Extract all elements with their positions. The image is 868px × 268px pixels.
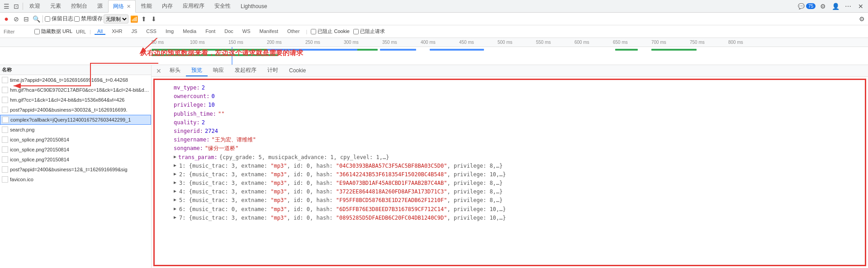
file-item-3[interactable]: post?appid=2400&business=30032&_t=162691… — [0, 105, 151, 115]
type-tab-ws[interactable]: WS — [240, 28, 253, 35]
disable-cache-checkbox[interactable]: 禁用缓存 — [74, 15, 103, 23]
record-button[interactable]: ● — [2, 14, 11, 24]
file-item-8[interactable]: icon_splice.png?20150814 — [0, 155, 151, 165]
search-button[interactable]: 🔍 — [32, 14, 41, 24]
tab-console[interactable]: 控制台 — [66, 0, 92, 13]
timeline-bar-2 — [267, 49, 357, 51]
detail-tabs: ✕ 标头 预览 响应 发起程序 计时 Cookie — [152, 65, 868, 77]
type-tab-other[interactable]: Other — [285, 28, 303, 35]
blocked-request-checkbox[interactable]: 已阻止请求 — [353, 28, 385, 35]
blocked-cookie-checkbox[interactable]: 已阻止 Cookie — [311, 28, 349, 35]
type-tab-css[interactable]: CSS — [143, 28, 159, 35]
file-icon-1 — [2, 87, 8, 93]
file-item-4[interactable]: complex?callback=jQuery11240016752760344… — [0, 115, 151, 125]
name-column-header: 名称 — [0, 65, 151, 75]
timeline-bar-5 — [152, 54, 278, 56]
file-item-2[interactable]: hm.gif?cc=1&ck=1&cl=24-bit&ds=1536x864&v… — [0, 95, 151, 105]
clear-button[interactable]: ⊘ — [12, 14, 21, 24]
json-array-item-5[interactable]: ▶ 5: {music_trac: 3, extname: "mp3", id:… — [165, 196, 859, 205]
tab-elements[interactable]: 元素 — [46, 0, 66, 13]
json-singername: singername: "王为宏、谭维维" — [165, 136, 859, 144]
json-ownercount: ownercount: 0 — [165, 92, 859, 101]
type-tab-doc[interactable]: Doc — [222, 28, 236, 35]
file-name-5: search.png — [10, 127, 149, 132]
badge-count: 75 — [806, 3, 816, 9]
top-right-icons: 💬 75 ⚙ 👤 ⋯ ✕ — [798, 1, 866, 12]
type-tab-media[interactable]: Media — [180, 28, 199, 35]
json-singerid: singerid: 2724 — [165, 127, 859, 136]
detail-tab-timing[interactable]: 计时 — [262, 65, 284, 76]
tab-security[interactable]: 安全性 — [210, 0, 235, 13]
json-array-item-6[interactable]: ▶ 6: {music_trac: 0, extname: "mp3", id:… — [165, 205, 859, 214]
json-privilege: privilege: 10 — [165, 101, 859, 109]
type-tab-img[interactable]: Img — [163, 28, 176, 35]
filter-input[interactable] — [4, 29, 31, 34]
file-item-1[interactable]: hm.gif?hca=6C90E9702C17ABF0&cc=18&ck=1&c… — [0, 85, 151, 95]
top-toolbar: ☰ ⊡ 欢迎 元素 控制台 源 网络 ✕ 性能 内存 应用程序 安全性 Ligh… — [0, 0, 868, 13]
import-button[interactable]: ⬆ — [139, 14, 148, 24]
detail-tab-cookie[interactable]: Cookie — [284, 66, 311, 76]
menu-icon[interactable]: ☰ — [2, 2, 11, 11]
detail-tab-response[interactable]: 响应 — [208, 65, 229, 76]
json-quality: quality: 2 — [165, 118, 859, 127]
hide-data-urls-checkbox[interactable]: 隐藏数据 URL — [34, 28, 72, 35]
json-array-item-2[interactable]: ▶ 2: {music_trac: 3, extname: "mp3", id:… — [165, 170, 859, 179]
dock-icon[interactable]: ⊡ — [12, 2, 21, 11]
tab-performance[interactable]: 性能 — [137, 0, 157, 13]
filter-row: 隐藏数据 URL URL | All XHR JS CSS Img Media … — [0, 25, 868, 38]
json-array-item-7[interactable]: ▶ 7: {music_trac: 3, extname: "mp3", id:… — [165, 214, 859, 222]
export-button[interactable]: ⬇ — [149, 14, 158, 24]
preserve-log-checkbox[interactable]: 保留日志 — [45, 15, 73, 23]
json-array-item-1[interactable]: ▶ 1: {music_trac: 3, extname: "mp3", id:… — [165, 162, 859, 170]
file-name-8: icon_splice.png?20150814 — [10, 157, 149, 162]
wifi-icon: 📶 — [129, 14, 138, 24]
json-array-item-3[interactable]: ▶ 3: {music_trac: 3, extname: "mp3", id:… — [165, 179, 859, 188]
filter-toggle-button[interactable]: ⊟ — [22, 14, 31, 24]
file-name-9: post?appid=2400&business=12&_t=162691669… — [10, 167, 149, 172]
tab-network-close[interactable]: ✕ — [127, 4, 131, 9]
file-icon-7 — [2, 146, 8, 153]
tab-welcome[interactable]: 欢迎 — [25, 0, 45, 13]
json-publish-time: publish_time: "" — [165, 110, 859, 118]
file-item-5[interactable]: search.png — [0, 125, 151, 135]
file-item-0[interactable]: time.js?appid=2400&_t=1626916699169&_t=0… — [0, 75, 151, 85]
type-tab-xhr[interactable]: XHR — [109, 28, 125, 35]
tab-memory[interactable]: 内存 — [157, 0, 177, 13]
profile-button[interactable]: 👤 — [830, 1, 841, 12]
tab-application[interactable]: 应用程序 — [178, 0, 209, 13]
throttle-select-container: 无限制 — [104, 14, 128, 24]
timeline-marker — [232, 47, 232, 65]
detail-tab-initiator[interactable]: 发起程序 — [229, 65, 262, 76]
detail-tab-headers[interactable]: 标头 — [164, 65, 186, 76]
network-settings-icon[interactable]: ⚙ — [857, 14, 866, 24]
detail-close-button[interactable]: ✕ — [153, 66, 164, 76]
tab-sources[interactable]: 源 — [93, 0, 107, 13]
throttle-select[interactable]: 无限制 — [104, 14, 128, 24]
tab-lighthouse[interactable]: Lighthouse — [236, 0, 272, 13]
settings-button[interactable]: ⚙ — [817, 1, 828, 12]
file-item-7[interactable]: icon_splice.png?20150814 — [0, 145, 151, 155]
network-toolbar: ● ⊘ ⊟ 🔍 保留日志 禁用缓存 无限制 📶 ⬆ ⬇ ⚙ — [0, 13, 868, 25]
file-item-10[interactable]: favicon.ico — [0, 174, 151, 184]
timeline-scale: 50 ms 100 ms 150 ms 200 ms 250 ms 300 ms… — [0, 38, 868, 47]
detail-tab-preview[interactable]: 预览 — [186, 65, 208, 76]
file-name-7: icon_splice.png?20150814 — [10, 147, 149, 152]
timeline-bars — [0, 47, 868, 65]
timeline-bar-4 — [430, 49, 484, 51]
type-tab-manifest[interactable]: Manifest — [257, 28, 281, 35]
file-name-10: favicon.ico — [10, 177, 149, 182]
json-trans-param[interactable]: ▶ trans_param: {cpy_grade: 5, musicpack_… — [165, 153, 859, 162]
file-icon-2 — [2, 97, 8, 103]
more-button[interactable]: ⋯ — [843, 1, 854, 12]
close-devtools-button[interactable]: ✕ — [855, 1, 866, 12]
json-array-item-4[interactable]: ▶ 4: {music_trac: 3, extname: "mp3", id:… — [165, 188, 859, 196]
type-tab-font[interactable]: Font — [203, 28, 218, 35]
tab-network[interactable]: 网络 ✕ — [108, 0, 136, 13]
type-tab-js[interactable]: JS — [128, 28, 140, 35]
file-icon-5 — [2, 127, 8, 133]
json-mv-type: mv_type: 2 — [165, 84, 859, 92]
file-item-6[interactable]: icon_splice.png?20150814 — [0, 135, 151, 145]
type-tab-all[interactable]: All — [95, 28, 105, 35]
timeline-bar-3 — [380, 49, 416, 51]
file-item-9[interactable]: post?appid=2400&business=12&_t=162691669… — [0, 165, 151, 174]
